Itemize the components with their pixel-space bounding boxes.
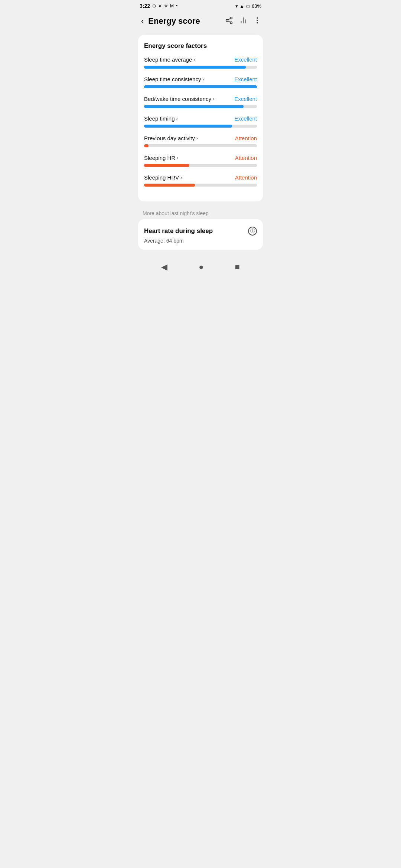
status-icon-camera: ⊙ [152, 3, 156, 9]
status-icon-x: ✕ [158, 3, 162, 9]
factor-item-6[interactable]: Sleeping HRV › Attention [144, 174, 257, 187]
factor-item-2[interactable]: Bed/wake time consistency › Excellent [144, 96, 257, 108]
factor-item-3[interactable]: Sleep timing › Excellent [144, 115, 257, 128]
factor-chevron-0: › [193, 57, 195, 62]
factor-status-5: Attention [235, 155, 257, 161]
status-left: 3:22 ⊙ ✕ ❊ M • [140, 3, 177, 9]
heart-rate-header: Heart rate during sleep ⓘ [144, 227, 257, 236]
nav-recent-button[interactable] [235, 262, 240, 272]
progress-bar-bg-4 [144, 144, 257, 147]
page-title: Energy score [148, 16, 222, 26]
progress-bar-fill-5 [144, 164, 189, 167]
more-section-label: More about last night's sleep [143, 210, 209, 216]
share-button[interactable] [225, 16, 233, 26]
energy-score-card: Energy score factors Sleep time average … [138, 35, 263, 201]
svg-point-10 [257, 22, 258, 23]
nav-back-button[interactable] [161, 262, 167, 272]
header-actions [225, 16, 261, 26]
app-header: ‹ Energy score [134, 10, 267, 32]
factor-item-5[interactable]: Sleeping HR › Attention [144, 155, 257, 167]
chart-button[interactable] [239, 16, 247, 26]
energy-score-title: Energy score factors [144, 42, 257, 50]
heart-rate-title: Heart rate during sleep [144, 227, 213, 235]
svg-line-4 [228, 18, 230, 20]
factor-label-1: Sleep time consistency › [144, 76, 204, 82]
more-section: More about last night's sleep [134, 204, 267, 219]
signal-icon: ▲ [239, 3, 244, 9]
status-icon-gmail: M [170, 3, 174, 9]
progress-bar-fill-6 [144, 184, 195, 187]
factor-header-0: Sleep time average › Excellent [144, 56, 257, 63]
progress-bar-bg-5 [144, 164, 257, 167]
factor-chevron-4: › [196, 135, 198, 141]
status-right: ▾ ▲ ▭ 63% [235, 3, 261, 9]
factor-label-4: Previous day activity › [144, 135, 198, 141]
status-bar: 3:22 ⊙ ✕ ❊ M • ▾ ▲ ▭ 63% [134, 0, 267, 10]
back-button[interactable]: ‹ [140, 15, 145, 27]
progress-bar-fill-0 [144, 66, 246, 69]
svg-line-3 [228, 21, 230, 22]
factor-chevron-2: › [213, 96, 214, 102]
progress-bar-bg-2 [144, 105, 257, 108]
factor-status-3: Excellent [234, 115, 257, 122]
heart-rate-card: Heart rate during sleep ⓘ Average: 64 bp… [138, 219, 263, 250]
factor-status-6: Attention [235, 174, 257, 181]
progress-bar-fill-4 [144, 144, 149, 147]
progress-bar-fill-3 [144, 125, 232, 128]
factor-status-4: Attention [235, 135, 257, 141]
factor-item-4[interactable]: Previous day activity › Attention [144, 135, 257, 147]
svg-point-9 [257, 20, 258, 21]
factor-label-6: Sleeping HRV › [144, 174, 182, 181]
factor-status-0: Excellent [234, 56, 257, 63]
factor-header-1: Sleep time consistency › Excellent [144, 76, 257, 82]
factor-header-3: Sleep timing › Excellent [144, 115, 257, 122]
battery-percent: 63% [252, 3, 261, 9]
factor-header-4: Previous day activity › Attention [144, 135, 257, 141]
progress-bar-bg-1 [144, 85, 257, 88]
factor-header-2: Bed/wake time consistency › Excellent [144, 96, 257, 102]
heart-rate-subtitle: Average: 64 bpm [144, 238, 257, 244]
factor-label-0: Sleep time average › [144, 56, 195, 63]
factor-chevron-3: › [176, 116, 178, 121]
status-dot: • [176, 3, 177, 9]
factor-label-3: Sleep timing › [144, 115, 178, 122]
progress-bar-bg-3 [144, 125, 257, 128]
nav-home-button[interactable] [199, 262, 203, 272]
factor-item-1[interactable]: Sleep time consistency › Excellent [144, 76, 257, 88]
progress-bar-fill-2 [144, 105, 244, 108]
status-icon-activity: ❊ [164, 3, 168, 9]
factor-chevron-5: › [177, 155, 178, 161]
progress-bar-fill-1 [144, 85, 257, 88]
factor-chevron-6: › [180, 175, 182, 180]
status-time: 3:22 [140, 3, 150, 9]
factor-header-6: Sleeping HRV › Attention [144, 174, 257, 181]
factor-label-2: Bed/wake time consistency › [144, 96, 214, 102]
factor-status-2: Excellent [234, 96, 257, 102]
factor-item-0[interactable]: Sleep time average › Excellent [144, 56, 257, 69]
svg-point-8 [257, 17, 258, 19]
factor-header-5: Sleeping HR › Attention [144, 155, 257, 161]
wifi-icon: ▾ [235, 3, 238, 9]
factor-label-5: Sleeping HR › [144, 155, 179, 161]
info-button[interactable]: ⓘ [248, 227, 257, 236]
factor-status-1: Excellent [234, 76, 257, 82]
more-options-button[interactable] [253, 16, 261, 26]
nav-bar [134, 257, 267, 277]
battery-icon: ▭ [246, 3, 250, 9]
factor-chevron-1: › [202, 76, 204, 82]
progress-bar-bg-6 [144, 184, 257, 187]
progress-bar-bg-0 [144, 66, 257, 69]
